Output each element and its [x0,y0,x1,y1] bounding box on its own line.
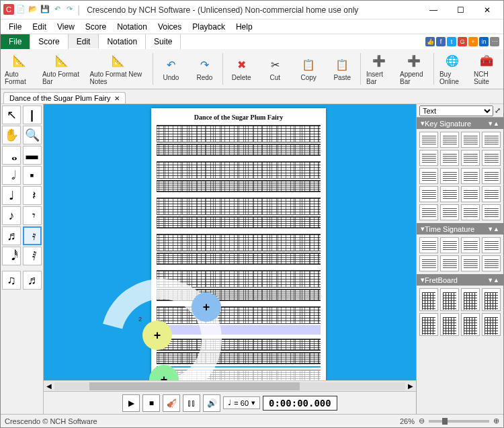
fret-cell[interactable] [419,288,438,311]
barline-tool[interactable]: | [23,105,42,124]
more-icon[interactable]: ⋯ [490,37,499,46]
beam-sixteenth-tool[interactable]: ♬ [23,271,42,290]
key-sig-cell[interactable] [419,150,438,166]
google-icon[interactable]: G [458,37,467,46]
undo-qt-icon[interactable]: ↶ [52,4,62,15]
panel-selector-dropdown[interactable]: Text [419,105,493,116]
document-tab[interactable]: Dance of the Sugar Plum Fairy ✕ [3,92,126,103]
zoom-in-icon[interactable]: ⊕ [493,417,499,425]
h-scrollbar[interactable]: ◀ ▶ [44,380,416,391]
time-sig-cell[interactable] [482,255,501,271]
eighth-note-tool[interactable]: ♪ [2,206,21,225]
radial-bubble-yellow[interactable]: + [142,320,172,350]
stop-button[interactable]: ■ [142,394,160,412]
time-sig-cell[interactable] [440,237,459,253]
section-fretboard[interactable]: ▾ FretBoard▼▲ [417,274,503,286]
play-button[interactable]: ▶ [122,394,140,412]
sound-button[interactable]: 🔊 [203,394,220,412]
save-icon[interactable]: 💾 [40,4,50,15]
fret-cell[interactable] [440,288,459,311]
whole-rest-tool[interactable]: ▬ [23,146,42,165]
scroll-thumb[interactable] [89,382,300,390]
half-note-tool[interactable]: 𝅗𝅥 [2,166,21,185]
minimize-button[interactable]: — [420,1,447,19]
zoom-tool[interactable]: 🔍 [23,126,42,144]
menu-view[interactable]: View [52,21,80,33]
key-sig-cell[interactable] [419,168,438,184]
instrument-button[interactable]: 🎻 [163,394,180,412]
nch-suite-button[interactable]: 🧰NCH Suite [470,50,503,87]
panel-selector[interactable]: Text ⤢ [417,104,503,118]
twitter-icon[interactable]: t [447,37,456,46]
linkedin-icon[interactable]: in [479,37,489,46]
scroll-left-icon[interactable]: ◀ [44,382,54,390]
thirtysecond-note-tool[interactable]: 𝅘𝅥𝅰 [2,247,21,265]
paste-button[interactable]: 📋Paste [325,50,359,87]
sixteenth-note-tool[interactable]: ♬ [2,226,21,245]
menu-file[interactable]: File [3,21,27,33]
radial-bubble-blue[interactable]: + [192,292,221,322]
fret-cell[interactable] [482,313,501,336]
zoom-slider[interactable] [429,420,489,423]
facebook-icon[interactable]: f [436,37,446,46]
time-sig-cell[interactable] [440,255,459,271]
auto-format-new-button[interactable]: 📐Auto Format New Notes [85,50,151,87]
share-icon[interactable]: + [468,37,478,46]
buy-online-button[interactable]: 🌐Buy Online [435,50,470,87]
time-sig-cell[interactable] [461,255,480,271]
section-key-signature[interactable]: ▾ Key Signature▼▲ [417,118,503,129]
redo-button[interactable]: ↷Redo [187,50,221,87]
key-sig-cell[interactable] [482,204,501,220]
menu-voices[interactable]: Voices [153,21,187,33]
tab-notation[interactable]: Notation [99,34,146,49]
radial-menu[interactable]: + + 2 + 3 ♪ [101,279,235,380]
time-sig-cell[interactable] [419,237,438,253]
hand-tool[interactable]: ✋ [2,126,21,144]
key-sig-cell[interactable] [482,168,501,184]
like-icon[interactable]: 👍 [425,37,435,46]
beam-eighth-tool[interactable]: ♫ [2,271,21,290]
copy-button[interactable]: 📋Copy [292,50,325,87]
eighth-rest-tool[interactable]: 𝄾 [23,206,42,225]
zoom-out-icon[interactable]: ⊖ [419,417,425,425]
key-sig-cell[interactable] [482,186,501,202]
scroll-right-icon[interactable]: ▶ [405,382,416,390]
cut-button[interactable]: ✂Cut [258,50,292,87]
quarter-rest-tool[interactable]: 𝄽 [23,186,42,205]
key-sig-cell[interactable] [419,204,438,220]
key-sig-cell[interactable] [461,168,480,184]
tab-suite[interactable]: Suite [146,34,181,49]
menu-help[interactable]: Help [230,21,258,33]
delete-button[interactable]: ✖Delete [224,50,258,87]
key-sig-cell[interactable] [461,186,480,202]
key-sig-cell[interactable] [440,150,459,166]
metronome-button[interactable]: ⫿⫿ [183,394,200,412]
key-sig-cell[interactable] [440,204,459,220]
key-sig-cell[interactable] [440,132,459,148]
key-sig-cell[interactable] [419,132,438,148]
time-sig-cell[interactable] [482,237,501,253]
key-sig-cell[interactable] [461,132,480,148]
key-sig-cell[interactable] [461,204,480,220]
key-sig-cell[interactable] [419,186,438,202]
fret-cell[interactable] [461,288,480,311]
open-icon[interactable]: 📂 [28,4,38,15]
fret-cell[interactable] [440,313,459,336]
fret-cell[interactable] [482,288,501,311]
score-canvas[interactable]: Dance of the Sugar Plum Fairy + + 2 + 3 [44,104,416,380]
auto-format-button[interactable]: 📐Auto Format [1,50,38,87]
maximize-button[interactable]: ☐ [447,1,474,19]
key-sig-cell[interactable] [482,132,501,148]
auto-format-bar-button[interactable]: 📐Auto Format Bar [38,50,86,87]
key-sig-cell[interactable] [461,150,480,166]
menu-edit[interactable]: Edit [27,21,52,33]
tab-file[interactable]: File [1,34,30,49]
whole-note-tool[interactable]: 𝅝 [2,146,21,165]
fret-cell[interactable] [419,313,438,336]
fret-cell[interactable] [461,313,480,336]
half-rest-tool[interactable]: ▪ [23,166,42,185]
redo-qt-icon[interactable]: ↷ [64,4,75,15]
panel-expand-icon[interactable]: ⤢ [495,106,501,115]
thirtysecond-rest-tool[interactable]: 𝅀 [23,247,42,265]
insert-bar-button[interactable]: ➕Insert Bar [362,50,396,87]
